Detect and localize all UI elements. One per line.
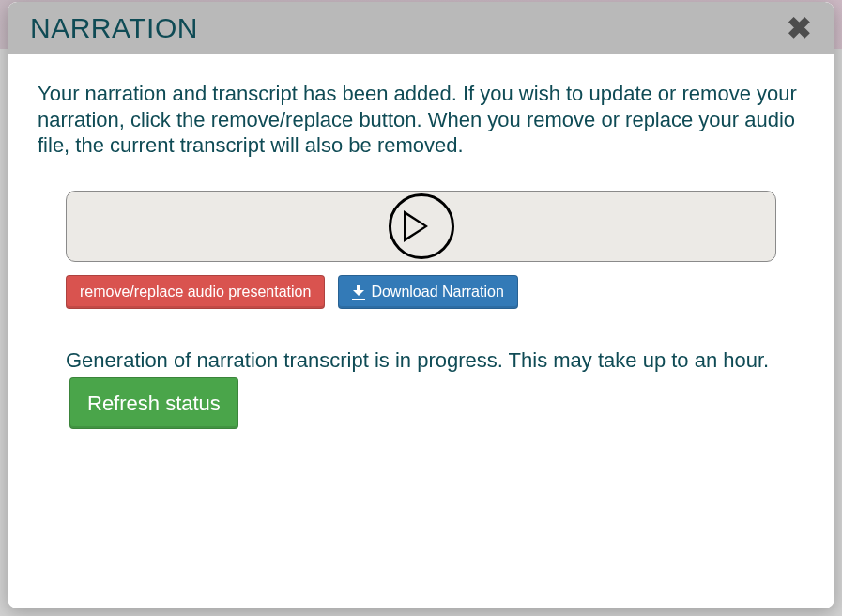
remove-replace-label: remove/replace audio presentation [80,284,311,300]
status-text: Generation of narration transcript is in… [66,348,769,372]
modal-body: Your narration and transcript has been a… [8,54,834,608]
refresh-status-button[interactable]: Refresh status [69,377,238,429]
download-icon [352,285,365,299]
narration-modal: NARRATION ✖ Your narration and transcrip… [8,2,834,608]
refresh-status-label: Refresh status [87,386,221,421]
status-line: Generation of narration transcript is in… [66,343,776,430]
remove-replace-button[interactable]: remove/replace audio presentation [66,275,325,309]
close-icon[interactable]: ✖ [787,13,812,43]
audio-section: remove/replace audio presentation Downlo… [38,191,804,430]
audio-player[interactable] [66,191,776,262]
modal-header: NARRATION ✖ [8,2,834,54]
download-narration-button[interactable]: Download Narration [338,275,517,309]
intro-text: Your narration and transcript has been a… [38,81,804,159]
button-row: remove/replace audio presentation Downlo… [66,275,776,309]
download-narration-label: Download Narration [371,284,503,300]
modal-title: NARRATION [30,12,198,44]
play-icon[interactable] [389,193,454,259]
